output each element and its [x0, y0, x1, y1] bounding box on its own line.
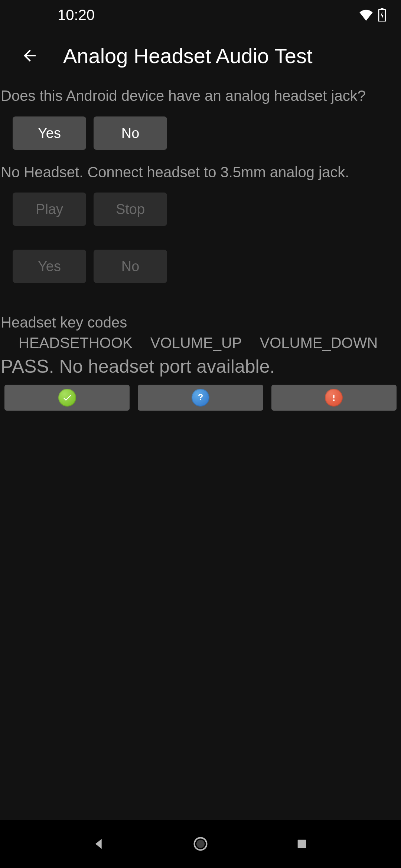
- status-bar: 10:20: [0, 0, 401, 30]
- info-button[interactable]: ?: [138, 385, 263, 411]
- svg-point-4: [333, 400, 335, 401]
- nav-recent-icon: [296, 838, 308, 850]
- app-bar: Analog Headset Audio Test: [0, 30, 401, 82]
- svg-rect-7: [298, 840, 306, 848]
- row-playback-buttons: Play Stop: [0, 182, 401, 239]
- keycode-headsethook: HEADSETHOOK: [19, 335, 133, 351]
- svg-rect-3: [333, 395, 335, 399]
- arrow-back-icon: [21, 47, 39, 65]
- result-text: PASS. No headset port available.: [0, 354, 401, 385]
- has-jack-no-button[interactable]: No: [94, 116, 167, 150]
- fail-button[interactable]: [271, 385, 397, 411]
- exclamation-icon: [325, 389, 343, 407]
- stop-button: Stop: [94, 193, 167, 226]
- nav-home-icon: [192, 836, 209, 852]
- content: Does this Android device have an analog …: [0, 82, 401, 411]
- page-title: Analog Headset Audio Test: [63, 44, 312, 68]
- keycodes-row: HEADSETHOOK VOLUME_UP VOLUME_DOWN: [0, 332, 401, 354]
- confirm-no-button: No: [94, 250, 167, 283]
- confirm-yes-button: Yes: [13, 250, 86, 283]
- navigation-bar: [0, 820, 401, 868]
- play-button: Play: [13, 193, 86, 226]
- pass-button[interactable]: [4, 385, 130, 411]
- status-time: 10:20: [58, 7, 95, 23]
- battery-charging-icon: [378, 8, 386, 22]
- question-has-jack: Does this Android device have an analog …: [0, 85, 401, 106]
- svg-rect-1: [381, 8, 383, 10]
- nav-home-button[interactable]: [186, 829, 215, 859]
- has-jack-yes-button[interactable]: Yes: [13, 116, 86, 150]
- question-icon: ?: [192, 389, 209, 407]
- svg-point-6: [196, 840, 205, 848]
- result-action-row: ?: [0, 385, 401, 411]
- keycode-volume-down: VOLUME_DOWN: [260, 335, 378, 351]
- wifi-icon: [359, 9, 374, 21]
- status-icons: [359, 8, 386, 22]
- nav-recent-button[interactable]: [287, 829, 317, 859]
- check-icon: [58, 389, 76, 407]
- nav-back-button[interactable]: [84, 829, 114, 859]
- headset-status-text: No Headset. Connect headset to 3.5mm ana…: [0, 162, 401, 182]
- keycodes-label: Headset key codes: [0, 296, 401, 332]
- svg-text:?: ?: [198, 392, 203, 402]
- back-button[interactable]: [13, 39, 46, 72]
- nav-back-icon: [92, 836, 107, 851]
- row-confirm-buttons: Yes No: [0, 239, 401, 296]
- keycode-volume-up: VOLUME_UP: [150, 335, 242, 351]
- row-has-jack-buttons: Yes No: [0, 106, 401, 162]
